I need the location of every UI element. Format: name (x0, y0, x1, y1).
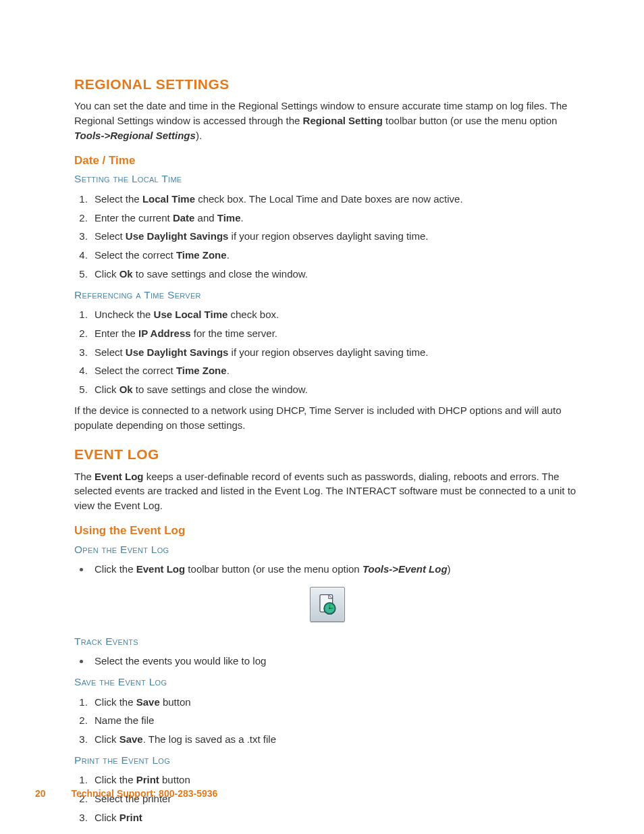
text: Select the (95, 193, 142, 205)
text: The (74, 471, 95, 482)
subsub-save-event-log: Save the Event Log (74, 675, 580, 689)
heading-event-log: EVENT LOG (74, 444, 580, 465)
text-bold: Local Time (142, 193, 195, 205)
text: Click the (95, 696, 136, 708)
text: Select the correct (95, 249, 176, 261)
list-track-events: Select the events you would like to log (90, 652, 580, 671)
list-referencing-time-server: Uncheck the Use Local Time check box. En… (90, 305, 580, 399)
text: Click the (95, 563, 136, 575)
subheading-using-event-log: Using the Event Log (74, 523, 580, 540)
document-clock-icon (316, 593, 339, 616)
list-item: Click the Save button (90, 693, 580, 712)
list-item: Select Use Daylight Savings if your regi… (90, 343, 580, 362)
text: Select the correct (95, 365, 176, 376)
text: Click (95, 384, 119, 395)
text-bold: Print (119, 812, 142, 823)
list-item: Select the correct Time Zone. (90, 246, 580, 265)
support-line: Technical Support: 800-283-5936 (71, 788, 217, 799)
text-bold: Event Log (95, 471, 144, 482)
event-log-icon-container (74, 587, 580, 622)
list-item: Click the Event Log toolbar button (or u… (90, 560, 580, 579)
text-bold: Date (173, 212, 195, 224)
text: Name the file (95, 714, 154, 726)
page-number: 20 (35, 788, 46, 799)
list-item: Click Ok to save settings and close the … (90, 265, 580, 284)
text: . The log is saved as a .txt file (143, 733, 276, 745)
text: and (194, 212, 217, 224)
text-bold: Event Log (136, 563, 186, 575)
text-bold: Ok (119, 384, 133, 395)
list-item: Uncheck the Use Local Time check box. (90, 305, 580, 324)
subsub-track-events: Track Events (74, 634, 580, 649)
text-bold: Time (217, 212, 241, 224)
note-dhcp: If the device is connected to a network … (74, 403, 580, 433)
subsub-setting-local-time: Setting the Local Time (74, 172, 580, 186)
list-item: Enter the IP Address for the time server… (90, 324, 580, 343)
text-bold: Print (136, 774, 159, 785)
text: Click (95, 268, 119, 280)
text: toolbar button (or use the menu option (185, 563, 363, 575)
text: Select (95, 346, 126, 358)
text: to save settings and close the window. (133, 268, 308, 280)
text: Enter the current (95, 212, 173, 224)
text: Select (95, 230, 126, 242)
list-open-event-log: Click the Event Log toolbar button (or u… (90, 560, 580, 579)
event-log-toolbar-icon (310, 587, 345, 622)
text: Enter the (95, 328, 138, 339)
intro-regional: You can set the date and time in the Reg… (74, 99, 580, 142)
text-bold: Save (119, 733, 143, 745)
list-setting-local-time: Select the Local Time check box. The Loc… (90, 190, 580, 284)
list-item: Click Save. The log is saved as a .txt f… (90, 730, 580, 749)
text-bold: Time Zone (176, 365, 227, 376)
list-item: Select the events you would like to log (90, 652, 580, 671)
list-item: Click Print (90, 808, 580, 827)
text-bold: Use Daylight Savings (126, 346, 229, 358)
heading-regional-settings: REGIONAL SETTINGS (74, 74, 580, 95)
text-bold: Ok (119, 268, 133, 280)
list-item: Select Use Daylight Savings if your regi… (90, 227, 580, 246)
text: button (159, 774, 190, 785)
list-item: Enter the current Date and Time. (90, 209, 580, 228)
subsub-open-event-log: Open the Event Log (74, 542, 580, 557)
text-bold: Use Local Time (154, 309, 228, 320)
text: if your region observes daylight saving … (228, 230, 428, 242)
text-bold: Time Zone (176, 249, 227, 261)
subsub-referencing-time-server: Referencing a Time Server (74, 288, 580, 303)
text: Click (95, 812, 119, 823)
text: Click (95, 733, 119, 745)
subheading-date-time: Date / Time (74, 153, 580, 170)
text: . (241, 212, 244, 224)
text: check box. (227, 309, 279, 320)
list-item: Select the correct Time Zone. (90, 361, 580, 380)
text: toolbar button (or use the menu option (383, 115, 558, 126)
text: if your region observes daylight saving … (228, 346, 428, 358)
text: check box. The Local Time and Date boxes… (195, 193, 463, 205)
text-bold: Regional Setting (303, 115, 383, 126)
text: to save settings and close the window. (133, 384, 308, 395)
svg-point-5 (329, 608, 330, 609)
menu-path: Tools->Event Log (363, 563, 448, 575)
list-item: Click Ok to save settings and close the … (90, 380, 580, 399)
list-item: Select the Local Time check box. The Loc… (90, 190, 580, 209)
text: Click the (95, 774, 136, 785)
text: Uncheck the (95, 309, 154, 320)
text-bold: IP Address (138, 328, 191, 339)
text: . (227, 249, 230, 261)
text: ). (196, 130, 202, 141)
subsub-print-event-log: Print the Event Log (74, 753, 580, 768)
text-bold: Use Daylight Savings (126, 230, 229, 242)
menu-path: Tools->Regional Settings (74, 130, 196, 141)
text: keeps a user-definable record of events … (74, 471, 576, 512)
intro-event-log: The Event Log keeps a user-definable rec… (74, 469, 580, 513)
text: . (227, 365, 230, 376)
text-bold: Save (136, 696, 160, 708)
page-footer: 20 Technical Support: 800-283-5936 (35, 787, 217, 800)
list-save-event-log: Click the Save button Name the file Clic… (90, 693, 580, 749)
list-item: Name the file (90, 711, 580, 730)
text: for the time server. (191, 328, 277, 339)
text: button (160, 696, 191, 708)
text: ) (448, 563, 451, 575)
